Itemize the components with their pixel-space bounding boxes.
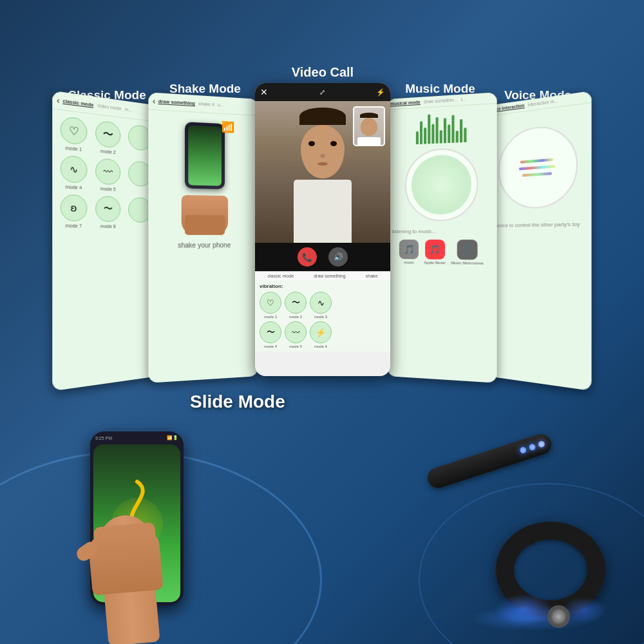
panels-container: Classic Mode ‹ classic mode Video mode m… xyxy=(0,61,644,376)
panel-voice: Voice Mode voice interaction interactive… xyxy=(487,88,589,376)
apple-music-app[interactable]: 🎵 Apple Music xyxy=(424,240,446,265)
end-call-button[interactable]: 📞 xyxy=(298,247,317,267)
video-close-icon[interactable]: ✕ xyxy=(260,87,268,97)
tab-classic-mode[interactable]: classic mode xyxy=(268,274,294,278)
tab-draw-something[interactable]: draw something xyxy=(314,274,345,278)
mode-item[interactable]: 〜 mode 8 xyxy=(93,196,122,229)
metronome-app[interactable]: 🎵 Music Metronome xyxy=(451,240,483,265)
tab-shake[interactable]: shake xyxy=(366,274,378,278)
product-image xyxy=(412,431,612,631)
vib-mode-2[interactable]: 〜 mode 2 xyxy=(285,292,307,319)
hand-phone-container: 9:25 PM 📶🔋 xyxy=(19,367,258,644)
music-app-item[interactable]: 🎵 music xyxy=(399,240,419,265)
video-expand-icon[interactable]: ⤢ xyxy=(319,88,325,97)
vib-mode-5[interactable]: 〰 mode 5 xyxy=(285,321,307,348)
listening-text: listening to music... xyxy=(387,226,497,236)
panel-classic: Classic Mode ‹ classic mode Video mode m… xyxy=(55,88,158,376)
shake-text: shake your phone xyxy=(178,242,231,249)
panel-music: Music Mode musical mode draw somethin...… xyxy=(387,82,493,376)
voice-control-text: voice to control the other party's toy xyxy=(493,221,583,229)
panel-shake: Shake Mode ‹ draw something shake it v..… xyxy=(152,82,258,376)
mode-item[interactable]: 〜 mode 2 xyxy=(93,120,122,155)
panel-video-label: Video Call xyxy=(292,65,354,80)
mode-item[interactable]: ♡ mode 1 xyxy=(58,116,89,153)
mode-item[interactable]: ∿ mode 4 xyxy=(58,155,89,190)
panel-video: Video Call ✕ ⤢ ⚡ xyxy=(255,65,390,376)
vib-mode-1[interactable]: ♡ mode 1 xyxy=(260,292,281,319)
mode-item[interactable]: ʚ mode 7 xyxy=(58,194,89,229)
bluetooth-icon: ⚡ xyxy=(376,88,385,97)
vib-mode-4[interactable]: 〜 mode 4 xyxy=(260,321,281,348)
hand-shape xyxy=(64,483,206,644)
vib-mode-6[interactable]: ⚡ mode 6 xyxy=(310,321,332,348)
volume-button[interactable]: 🔊 xyxy=(328,247,348,267)
vib-mode-3[interactable]: ∿ mode 3 xyxy=(310,292,332,319)
mode-item[interactable]: 〰 mode 5 xyxy=(93,158,122,192)
